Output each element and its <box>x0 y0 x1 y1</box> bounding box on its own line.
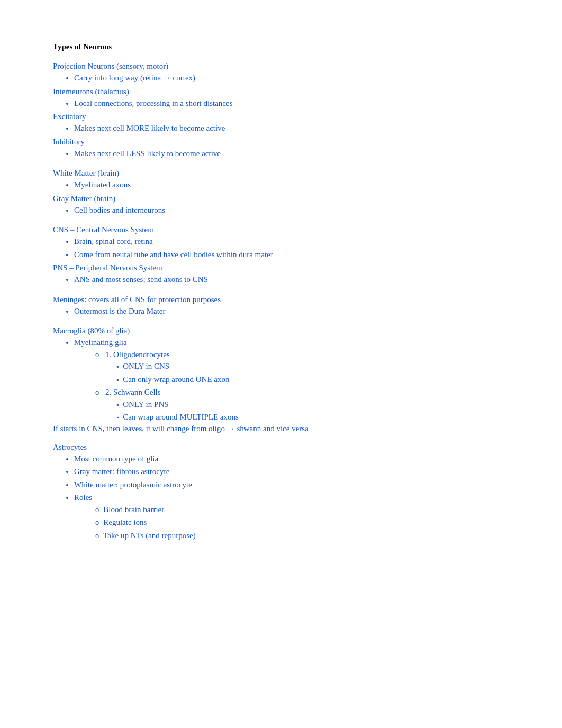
projection-neurons-section: Projection Neurons (sensory, motor) Carr… <box>53 62 509 84</box>
list-item: ONLY in CNS <box>116 360 509 372</box>
interneurons-section: Interneurons (thalamus) Local connection… <box>53 87 509 110</box>
list-item: Regulate ions <box>95 516 509 529</box>
macroglia-block: Macroglia (80% of glia) Myelinating glia… <box>53 326 509 433</box>
interneurons-list: Local connections, processing in a short… <box>74 97 509 110</box>
nervous-system-block: CNS – Central Nervous System Brain, spin… <box>53 225 509 286</box>
roles-label: Roles <box>74 493 92 502</box>
list-item: Come from neural tube and have cell bodi… <box>74 249 509 261</box>
meninges-list: Outermost is the Dura Mater <box>74 305 509 317</box>
page-title: Types of Neurons <box>53 42 509 51</box>
astrocytes-block: Astrocytes Most common type of glia Gray… <box>53 443 509 542</box>
list-item: Outermost is the Dura Mater <box>74 305 509 317</box>
macroglia-note: If starts in CNS, then leaves, it will c… <box>53 424 509 433</box>
pns-label: PNS – Peripheral Nervous System <box>53 263 509 272</box>
list-item: Gray matter: fibrous astrocyte <box>74 466 509 478</box>
list-item: White matter: protoplasmic astrocyte <box>74 479 509 491</box>
inhibitory-label: Inhibitory <box>53 138 509 147</box>
oligo-sub-list: ONLY in CNS Can only wrap around ONE axo… <box>116 360 509 385</box>
matter-block: White Matter (brain) Myelinated axons Gr… <box>53 169 509 216</box>
list-item: Local connections, processing in a short… <box>74 97 509 110</box>
excitatory-list: Makes next cell MORE likely to become ac… <box>74 122 509 134</box>
white-matter-section: White Matter (brain) Myelinated axons <box>53 169 509 191</box>
list-item: Take up NTs (and repurpose) <box>95 530 509 542</box>
macroglia-label: Macroglia (80% of glia) <box>53 326 509 335</box>
excitatory-section: Excitatory Makes next cell MORE likely t… <box>53 112 509 134</box>
meninges-section: Meninges: covers all of CNS for protecti… <box>53 295 509 317</box>
cns-list: Brain, spinal cord, retina Come from neu… <box>74 235 509 260</box>
projection-neurons-list: Carry info long way (retina → cortex) <box>74 72 509 84</box>
cns-section: CNS – Central Nervous System Brain, spin… <box>53 225 509 260</box>
meninges-label: Meninges: covers all of CNS for protecti… <box>53 295 509 304</box>
list-item: ONLY in PNS <box>116 398 509 411</box>
astrocytes-section: Astrocytes Most common type of glia Gray… <box>53 443 509 542</box>
list-item: Brain, spinal cord, retina <box>74 235 509 248</box>
macroglia-section: Macroglia (80% of glia) Myelinating glia… <box>53 326 509 433</box>
macroglia-list: Myelinating glia 1. Oligodendrocytes ONL… <box>74 336 509 423</box>
astrocytes-list: Most common type of glia Gray matter: fi… <box>74 453 509 542</box>
roles-list: Blood brain barrier Regulate ions Take u… <box>95 504 509 542</box>
list-item: ANS and most senses; send axons to CNS <box>74 274 509 286</box>
list-item: Myelinated axons <box>74 179 509 191</box>
schwann-item: 2. Schwann Cells ONLY in PNS Can wrap ar… <box>95 386 509 423</box>
inhibitory-section: Inhibitory Makes next cell LESS likely t… <box>53 138 509 160</box>
oligo-item: 1. Oligodendrocytes ONLY in CNS Can only… <box>95 349 509 386</box>
gray-matter-list: Cell bodies and interneurons <box>74 204 509 216</box>
list-item: Can wrap around MULTIPLE axons <box>116 411 509 423</box>
myelinating-label: Myelinating glia <box>74 338 127 347</box>
cns-label: CNS – Central Nervous System <box>53 225 509 234</box>
myelinating-item: Myelinating glia 1. Oligodendrocytes ONL… <box>74 336 509 423</box>
gray-matter-section: Gray Matter (brain) Cell bodies and inte… <box>53 194 509 216</box>
white-matter-list: Myelinated axons <box>74 179 509 191</box>
roles-item: Roles Blood brain barrier Regulate ions … <box>74 492 509 541</box>
meninges-block: Meninges: covers all of CNS for protecti… <box>53 295 509 317</box>
schwann-sub-list: ONLY in PNS Can wrap around MULTIPLE axo… <box>116 398 509 423</box>
interneurons-label: Interneurons (thalamus) <box>53 87 509 96</box>
astrocytes-label: Astrocytes <box>53 443 509 452</box>
oligo-label: 1. Oligodendrocytes <box>105 350 170 359</box>
schwann-label: 2. Schwann Cells <box>105 388 161 396</box>
inhibitory-list: Makes next cell LESS likely to become ac… <box>74 148 509 160</box>
excitatory-label: Excitatory <box>53 112 509 121</box>
list-item: Blood brain barrier <box>95 504 509 516</box>
white-matter-label: White Matter (brain) <box>53 169 509 178</box>
pns-list: ANS and most senses; send axons to CNS <box>74 274 509 286</box>
list-item: Makes next cell MORE likely to become ac… <box>74 122 509 134</box>
oligo-schwann-list: 1. Oligodendrocytes ONLY in CNS Can only… <box>95 349 509 423</box>
gray-matter-label: Gray Matter (brain) <box>53 194 509 203</box>
pns-section: PNS – Peripheral Nervous System ANS and … <box>53 263 509 286</box>
neuron-types-block: Projection Neurons (sensory, motor) Carr… <box>53 62 509 159</box>
list-item: Most common type of glia <box>74 453 509 465</box>
list-item: Can only wrap around ONE axon <box>116 374 509 386</box>
list-item: Cell bodies and interneurons <box>74 204 509 216</box>
list-item: Carry info long way (retina → cortex) <box>74 72 509 84</box>
projection-neurons-label: Projection Neurons (sensory, motor) <box>53 62 509 71</box>
list-item: Makes next cell LESS likely to become ac… <box>74 148 509 160</box>
